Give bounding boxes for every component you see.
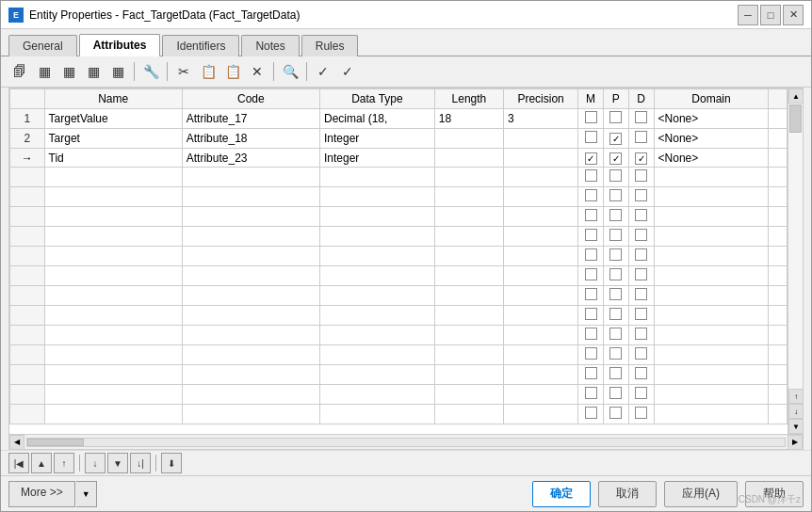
- cancel-button[interactable]: 取消: [598, 481, 657, 507]
- checkbox-d-1[interactable]: [635, 111, 647, 123]
- row-datatype-3[interactable]: Integer: [319, 149, 434, 168]
- toolbar-table2-button[interactable]: ▦: [57, 60, 80, 83]
- table-row: [10, 247, 788, 266]
- tab-notes[interactable]: Notes: [241, 35, 299, 56]
- col-header-name: Name: [44, 89, 182, 109]
- row-length-3[interactable]: [434, 149, 503, 168]
- row-p-3[interactable]: [603, 149, 628, 168]
- row-code-2[interactable]: Attribute_18: [182, 129, 319, 149]
- tab-general[interactable]: General: [8, 35, 77, 56]
- table-row: 1 TargetValue Attribute_17 Decimal (18, …: [10, 109, 788, 129]
- row-d-2[interactable]: [628, 129, 654, 149]
- row-name-3[interactable]: Tid: [44, 149, 182, 168]
- nav-up-button[interactable]: ↑: [54, 453, 74, 473]
- tab-rules[interactable]: Rules: [301, 35, 359, 56]
- toolbar-properties-button[interactable]: 🔧: [139, 60, 162, 83]
- row-code-3[interactable]: Attribute_23: [182, 149, 319, 168]
- vertical-scrollbar[interactable]: ▲ ↑ ↓ ▼: [788, 88, 803, 434]
- maximize-button[interactable]: □: [760, 5, 781, 25]
- scroll-pagedown-button[interactable]: ↓: [788, 404, 803, 419]
- tab-identifiers[interactable]: Identifiers: [162, 35, 239, 56]
- row-p-1[interactable]: [603, 109, 628, 129]
- minimize-button[interactable]: ─: [738, 5, 758, 25]
- row-domain-3[interactable]: <None>: [654, 149, 769, 168]
- nav-down-button[interactable]: ↓: [85, 453, 106, 473]
- col-header-extra: [769, 89, 788, 109]
- tab-attributes[interactable]: Attributes: [79, 34, 161, 56]
- table-row: → Tid Attribute_23 Integer <None>: [10, 149, 788, 168]
- col-header-p: P: [603, 89, 628, 109]
- toolbar-cut-button[interactable]: ✂: [172, 60, 195, 83]
- row-precision-1[interactable]: 3: [503, 109, 577, 129]
- row-extra-2: [769, 129, 788, 149]
- row-m-2[interactable]: [578, 129, 604, 149]
- toolbar-paste-button[interactable]: 📋: [221, 60, 244, 83]
- checkbox-m-3[interactable]: [585, 152, 597, 165]
- toolbar-check2-button[interactable]: ✓: [336, 60, 359, 83]
- row-datatype-1[interactable]: Decimal (18,: [319, 109, 434, 129]
- row-length-1[interactable]: 18: [434, 109, 503, 129]
- row-domain-1[interactable]: <None>: [654, 109, 769, 129]
- checkbox-p-3[interactable]: [609, 152, 622, 165]
- row-precision-2[interactable]: [503, 129, 577, 149]
- attributes-table: Name Code Data Type Length Precision M P…: [9, 88, 788, 424]
- toolbar: 🗐 ▦ ▦ ▦ ▦ 🔧 ✂ 📋 📋 ✕ 🔍 ✓ ✓: [1, 56, 811, 88]
- row-p-2[interactable]: [603, 129, 628, 149]
- toolbar-copy-button[interactable]: 📋: [197, 60, 219, 83]
- row-length-2[interactable]: [434, 129, 503, 149]
- row-precision-3[interactable]: [503, 149, 577, 168]
- nav-first-button[interactable]: |◀: [8, 453, 29, 473]
- more-dropdown-arrow[interactable]: ▼: [76, 481, 97, 507]
- hscroll-thumb[interactable]: [27, 439, 84, 446]
- table-row: [10, 286, 788, 306]
- row-code-1[interactable]: Attribute_17: [182, 109, 319, 129]
- nav-separator-2: [155, 455, 156, 472]
- row-domain-2[interactable]: <None>: [654, 129, 769, 149]
- row-d-1[interactable]: [628, 109, 654, 129]
- hscroll-left-button[interactable]: ◀: [9, 435, 24, 450]
- ok-button[interactable]: 确定: [532, 481, 591, 507]
- close-button[interactable]: ✕: [783, 5, 804, 25]
- row-datatype-2[interactable]: Integer: [319, 129, 434, 149]
- watermark: CSDN @洋千z: [739, 493, 801, 506]
- toolbar-table1-button[interactable]: ▦: [33, 60, 56, 83]
- tab-bar: General Attributes Identifiers Notes Rul…: [1, 29, 811, 56]
- scroll-up-button[interactable]: ▲: [788, 88, 803, 104]
- nav-export-button[interactable]: ⬇: [161, 453, 182, 473]
- scroll-thumb[interactable]: [789, 104, 802, 133]
- checkbox-m-1[interactable]: [585, 111, 597, 123]
- nav-separator: [79, 455, 80, 472]
- row-m-1[interactable]: [578, 109, 604, 129]
- toolbar-new-button[interactable]: 🗐: [8, 60, 31, 83]
- col-header-domain: Domain: [654, 89, 769, 109]
- table-wrapper[interactable]: Name Code Data Type Length Precision M P…: [9, 88, 788, 434]
- row-m-3[interactable]: [578, 149, 604, 168]
- row-num-2: 2: [10, 129, 45, 149]
- apply-button[interactable]: 应用(A): [664, 481, 738, 507]
- toolbar-check-button[interactable]: ✓: [312, 60, 334, 83]
- checkbox-d-3[interactable]: [635, 152, 647, 165]
- checkbox-p-1[interactable]: [609, 111, 622, 123]
- scroll-down-button[interactable]: ▼: [788, 419, 803, 434]
- nav-last-button[interactable]: ↓|: [130, 453, 151, 473]
- row-arrow-3: →: [10, 149, 45, 168]
- col-header-precision: Precision: [503, 89, 577, 109]
- checkbox-p-2[interactable]: [609, 133, 622, 145]
- toolbar-separator-2: [167, 62, 168, 81]
- nav-prev-button[interactable]: ▲: [31, 453, 52, 473]
- toolbar-search-button[interactable]: 🔍: [279, 60, 301, 83]
- row-name-1[interactable]: TargetValue: [44, 109, 182, 129]
- toolbar-table3-button[interactable]: ▦: [82, 60, 105, 83]
- more-button[interactable]: More >>: [8, 481, 75, 507]
- row-d-3[interactable]: [628, 149, 654, 168]
- toolbar-separator-4: [306, 62, 307, 81]
- scroll-pageup-button[interactable]: ↑: [788, 389, 803, 404]
- checkbox-d-2[interactable]: [635, 131, 647, 143]
- hscroll-right-button[interactable]: ▶: [788, 435, 803, 450]
- toolbar-table4-button[interactable]: ▦: [106, 60, 129, 83]
- nav-next-button[interactable]: ▼: [107, 453, 128, 473]
- toolbar-delete-button[interactable]: ✕: [246, 60, 268, 83]
- row-name-2[interactable]: Target: [44, 129, 182, 149]
- checkbox-m-2[interactable]: [585, 131, 597, 143]
- table-row: [10, 266, 788, 286]
